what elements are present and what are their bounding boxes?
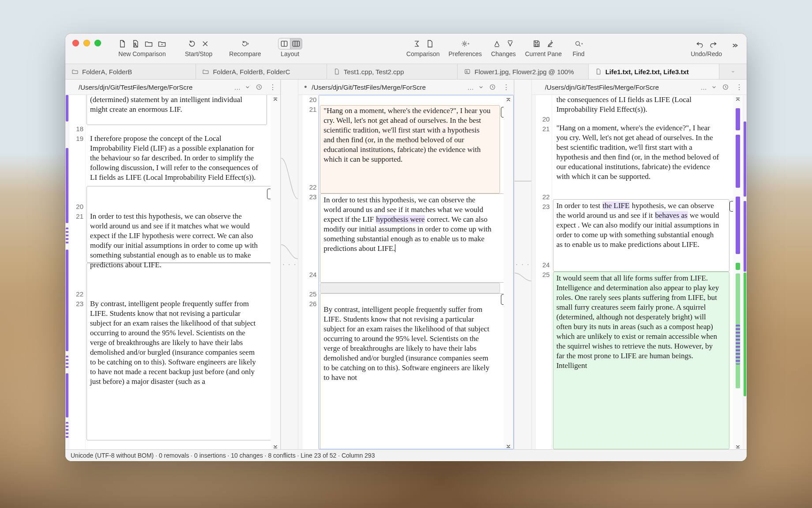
svg-rect-2 <box>293 41 299 46</box>
tab-list-button[interactable] <box>719 64 747 79</box>
new-text-comparison-button[interactable] <box>116 38 128 49</box>
line-text: By contrast, intelligent people frequent… <box>323 305 492 383</box>
scroll-to-top-icon[interactable] <box>505 96 512 102</box>
new-folder-sync-button[interactable] <box>156 38 168 49</box>
pane-options-button[interactable]: ⋮ <box>734 82 744 92</box>
undo-button[interactable] <box>694 38 706 49</box>
app-window: New Comparison Start/Stop Recompare <box>65 34 747 461</box>
tab-label: Flower1.jpg, Flower2.jpg @ 100% <box>474 68 574 76</box>
edit-pane-button[interactable] <box>544 38 556 49</box>
pane-options-button[interactable]: ⋮ <box>501 82 511 92</box>
scroll-to-bottom-icon[interactable] <box>272 442 279 448</box>
line-text: the consequences of LI fields as LIFE (L… <box>556 95 722 114</box>
pane-center: • /Users/djn/Git/TestFiles/Merge/ForScre… <box>298 80 514 449</box>
path-truncation: … <box>234 83 241 91</box>
group-find: Find <box>571 38 586 57</box>
path-dropdown-button[interactable] <box>477 83 485 91</box>
svg-point-0 <box>135 43 136 44</box>
gutter-ellipsis[interactable]: · · · <box>516 261 530 269</box>
stop-button[interactable] <box>199 38 211 49</box>
comparison-sigma-button[interactable] <box>410 38 423 49</box>
change-marker-rail <box>65 95 69 449</box>
group-new-comparison-label: New Comparison <box>118 50 165 57</box>
line-text: I therefore propose the concept of the L… <box>90 134 259 182</box>
pane-right: /Users/djn/Git/TestFiles/Merge/ForScre …… <box>532 80 747 449</box>
new-image-comparison-button[interactable] <box>129 38 142 49</box>
path-dropdown-button[interactable] <box>710 83 718 91</box>
recompare-button[interactable] <box>237 38 253 49</box>
gutter-ellipsis[interactable]: · · · <box>282 261 297 269</box>
group-preferences-label: Preferences <box>448 50 481 57</box>
file-path[interactable]: /Users/djn/Git/TestFiles/Merge/ForScre <box>312 83 464 91</box>
layout-three-pane-button[interactable] <box>290 38 302 49</box>
scroll-to-top-icon[interactable] <box>272 96 279 102</box>
new-folder-comparison-button[interactable] <box>143 38 155 49</box>
link-gutter-left: · · · <box>281 80 298 449</box>
path-truncation: … <box>700 83 707 91</box>
comparison-file-button[interactable] <box>424 38 436 49</box>
tab-label: Life1.txt, Life2.txt, Life3.txt <box>605 68 689 76</box>
start-button[interactable] <box>186 38 198 49</box>
link-gutter-right: · · · <box>514 80 532 449</box>
pane-left: /Users/djn/Git/TestFiles/Merge/ForScre …… <box>65 80 281 449</box>
change-marker-rail <box>532 95 536 449</box>
minimize-window-button[interactable] <box>83 40 90 46</box>
scroll-to-top-icon[interactable] <box>734 96 741 102</box>
text-area-right[interactable]: 2021 2223 2425 the consequences of LI fi… <box>532 95 747 449</box>
history-button[interactable] <box>255 83 263 91</box>
line-numbers: 2021 2223 24 2526 <box>302 95 319 449</box>
scroll-to-bottom-icon[interactable] <box>505 442 512 448</box>
text-area-left[interactable]: 1819 2021 2223 (determined) statement by… <box>65 95 280 449</box>
window-controls <box>72 40 101 46</box>
text-area-center[interactable]: 2021 2223 24 2526 "Hang on a moment, wh <box>298 95 513 449</box>
text-content[interactable]: the consequences of LI fields as LIFE (L… <box>552 95 743 449</box>
line-text: "Hang on a moment, where's the evidence?… <box>323 106 492 164</box>
group-changes-label: Changes <box>491 50 516 57</box>
redo-button[interactable] <box>707 38 719 49</box>
text-content[interactable]: (determined) statement by an intelligent… <box>86 95 280 449</box>
group-changes: Changes <box>491 38 516 57</box>
tab-label: FolderA, FolderB, FolderC <box>213 68 290 76</box>
group-new-comparison: New Comparison <box>116 38 168 57</box>
modified-indicator: • <box>302 83 309 92</box>
group-comparison: Comparison <box>406 38 440 57</box>
tab-life1-life2-life3[interactable]: Life1.txt, Life2.txt, Life3.txt <box>589 64 719 79</box>
path-dropdown-button[interactable] <box>243 83 252 91</box>
group-layout-label: Layout <box>281 50 299 57</box>
tab-flower1-flower2[interactable]: Flower1.jpg, Flower2.jpg @ 100% <box>458 64 588 79</box>
file-path[interactable]: /Users/djn/Git/TestFiles/Merge/ForScre <box>545 83 698 91</box>
history-button[interactable] <box>488 83 497 91</box>
pane-options-button[interactable]: ⋮ <box>268 82 278 92</box>
prev-change-button[interactable] <box>491 38 503 49</box>
tab-label: FolderA, FolderB <box>82 68 132 76</box>
line-text: In order to test this hypothesis, we can… <box>323 195 492 254</box>
scroll-to-bottom-icon[interactable] <box>734 442 741 448</box>
tab-foldera-folderb-folderc[interactable]: FolderA, FolderB, FolderC <box>196 64 327 79</box>
pathbar-center: • /Users/djn/Git/TestFiles/Merge/ForScre… <box>298 80 513 95</box>
line-numbers: 2021 2223 2425 <box>536 95 552 449</box>
change-marker-rail-right <box>743 95 747 449</box>
text-content[interactable]: "Hang on a moment, where's the evidence?… <box>319 95 513 449</box>
line-text: "Hang on a moment, where's the evidence?… <box>556 123 722 182</box>
svg-rect-4 <box>535 44 538 46</box>
preferences-button[interactable] <box>457 38 473 49</box>
tab-test1-test2[interactable]: Test1.cpp, Test2.cpp <box>327 64 458 79</box>
group-current-pane: Current Pane <box>525 38 562 57</box>
line-text: In order to test this hypothesis, we can… <box>90 212 259 270</box>
scroll-nav-rail[interactable] <box>504 95 513 449</box>
scroll-nav-rail[interactable] <box>733 95 743 449</box>
close-window-button[interactable] <box>72 40 79 46</box>
layout-two-pane-button[interactable] <box>278 38 290 49</box>
toolbar-overflow-button[interactable] <box>728 40 741 51</box>
group-preferences: Preferences <box>448 38 481 57</box>
find-button[interactable] <box>571 38 586 49</box>
history-button[interactable] <box>721 83 730 91</box>
save-pane-button[interactable] <box>530 38 543 49</box>
tab-foldera-folderb[interactable]: FolderA, FolderB <box>65 64 196 79</box>
next-change-button[interactable] <box>504 38 516 49</box>
file-path[interactable]: /Users/djn/Git/TestFiles/Merge/ForScre <box>79 83 231 91</box>
change-marker-rail <box>298 95 302 449</box>
group-find-label: Find <box>572 50 584 57</box>
zoom-window-button[interactable] <box>94 40 101 46</box>
scroll-nav-rail[interactable] <box>271 95 280 449</box>
